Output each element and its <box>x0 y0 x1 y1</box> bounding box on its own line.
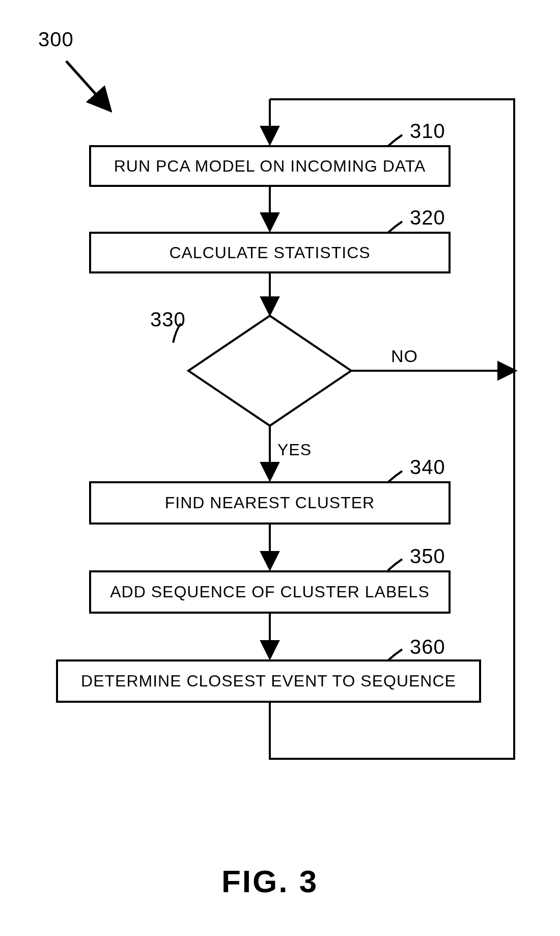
flow-lines <box>0 0 560 936</box>
loop-back-line <box>270 99 514 759</box>
decision-diamond <box>188 316 351 426</box>
figure-id-pointer <box>66 61 109 109</box>
ref-tick-360 <box>388 649 402 660</box>
ref-tick-320 <box>388 222 402 233</box>
ref-tick-340 <box>388 471 402 482</box>
ref-tick-330 <box>173 323 181 343</box>
ref-tick-350 <box>388 559 402 570</box>
ref-tick-310 <box>388 135 402 146</box>
